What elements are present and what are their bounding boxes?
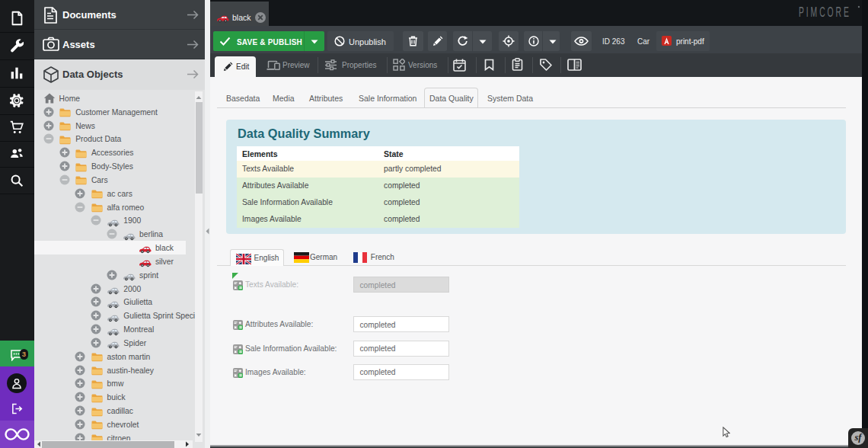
svg-text:PIMCORE: PIMCORE xyxy=(799,5,851,20)
